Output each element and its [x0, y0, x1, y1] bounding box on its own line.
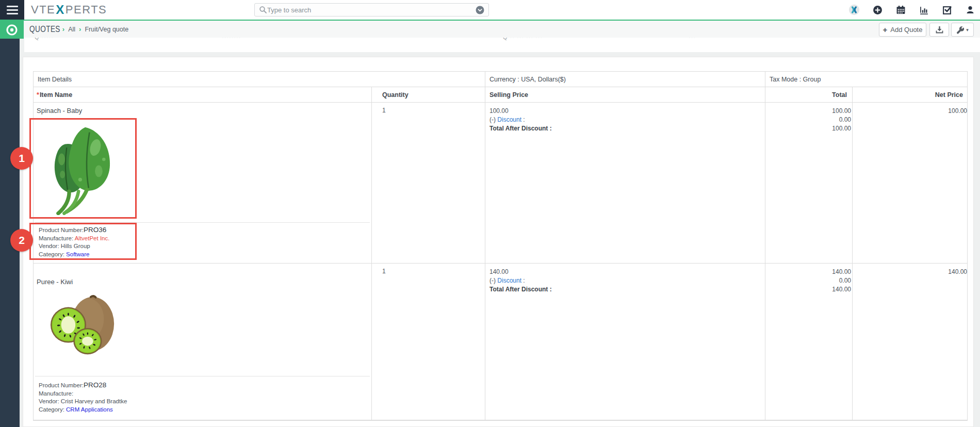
item-divider	[35, 376, 370, 376]
total-value: 100.00	[770, 107, 851, 116]
product-details: Product Number:PRO28 Manufacture: Vendor…	[39, 381, 127, 414]
discount-value: 0.00	[770, 116, 851, 124]
search-input[interactable]	[267, 6, 476, 14]
line-item-row: Puree - Kiwi	[34, 264, 967, 420]
annotation-badge-1: 1	[10, 147, 33, 170]
total-cell: 140.00 0.00 140.00	[765, 264, 852, 420]
plus-icon: +	[883, 25, 888, 34]
quantity-cell: 1	[371, 103, 485, 263]
vendor-value: Crist Harvey and Bradtke	[61, 398, 127, 404]
item-name-cell: Spinach - Baby	[34, 103, 371, 263]
discount-value: 0.00	[770, 276, 851, 285]
clipped-field-fragment: Q ·· ··· ··· ···	[503, 38, 580, 41]
selling-price-value: 140.00	[489, 268, 761, 276]
vendor-value: Hills Group	[61, 243, 90, 249]
quick-create-plus-icon[interactable]	[872, 4, 883, 15]
breadcrumb-item-all[interactable]: All	[68, 26, 75, 33]
quote-detail-page: VTEXPERTS	[0, 0, 980, 427]
global-search[interactable]	[254, 3, 489, 17]
breadcrumb-bar: QUOTES › All › Fruit/Veg quote + Add Quo…	[24, 21, 980, 38]
tax-mode-header: Tax Mode : Group	[765, 72, 968, 87]
breadcrumb-separator: ›	[62, 25, 64, 33]
total-value: 140.00	[770, 268, 851, 276]
table-section-header-row: Item Details Currency : USA, Dollars($) …	[34, 72, 967, 87]
item-details-table: Item Details Currency : USA, Dollars($) …	[33, 71, 968, 421]
logo-x: X	[56, 3, 65, 17]
column-item-name: *Item Name	[34, 87, 371, 103]
calendar-icon[interactable]	[895, 4, 906, 15]
table-column-header-row: *Item Name Quantity Selling Price Total …	[34, 87, 967, 103]
total-after-discount-label: Total After Discount :	[489, 124, 761, 133]
annotation-badge-2: 2	[10, 229, 33, 252]
wrench-icon	[956, 26, 965, 34]
extension-x-logo-icon[interactable]	[848, 4, 860, 15]
selling-price-value: 100.00	[489, 107, 761, 116]
top-navbar: VTEXPERTS	[0, 0, 980, 21]
product-number-value: PRO28	[84, 381, 106, 389]
settings-wrench-button[interactable]: ▾	[951, 23, 974, 37]
quote-items-panel: Item Details Currency : USA, Dollars($) …	[23, 57, 974, 427]
category-link[interactable]: CRM Applications	[66, 406, 113, 413]
spinach-product-image	[40, 122, 127, 215]
active-module-icon[interactable]	[0, 21, 24, 39]
breadcrumb-item-quote-name[interactable]: Fruit/Veg quote	[85, 26, 128, 33]
clipped-summary-panel: Q ····· ········ Q ·· ··· ··· ··· ···	[24, 38, 980, 52]
item-name-link[interactable]: Puree - Kiwi	[37, 278, 367, 286]
total-after-discount-value: 140.00	[770, 285, 851, 294]
item-name-link[interactable]: Spinach - Baby	[37, 107, 367, 114]
required-mark: *	[37, 91, 39, 98]
discount-link[interactable]: Discount	[497, 116, 521, 123]
kiwi-product-image	[48, 292, 119, 362]
net-price-value: 140.00	[857, 268, 967, 276]
column-selling-price: Selling Price	[485, 87, 765, 103]
search-scope-chevron-icon[interactable]	[476, 6, 484, 14]
total-cell: 100.00 0.00 100.00	[765, 103, 852, 263]
net-price-cell: 140.00	[852, 264, 968, 420]
download-icon	[935, 25, 944, 34]
product-details: Product Number:PRO36 Manufacture: Altvet…	[39, 226, 109, 258]
line-item-row: Spinach - Baby	[34, 103, 967, 264]
logo-text-pre: VTE	[31, 3, 55, 17]
export-download-button[interactable]	[929, 23, 949, 37]
quantity-cell: 1	[371, 264, 485, 420]
vtexperts-logo: VTEXPERTS	[31, 0, 107, 20]
net-price-value: 100.00	[857, 107, 967, 116]
currency-header: Currency : USA, Dollars($)	[485, 72, 765, 87]
item-name-cell: Puree - Kiwi	[34, 264, 371, 420]
add-quote-button[interactable]: + Add Quote	[879, 23, 926, 37]
net-price-cell: 100.00	[852, 103, 968, 263]
category-link[interactable]: Software	[66, 251, 89, 257]
selling-price-cell: 100.00 (-) Discount : Total After Discou…	[485, 103, 765, 263]
breadcrumb: QUOTES › All › Fruit/Veg quote	[29, 21, 128, 38]
search-icon	[259, 6, 267, 14]
column-total: Total	[765, 87, 852, 103]
manufacture-link[interactable]: AltvetPet Inc.	[75, 235, 110, 241]
logo-text-post: PERTS	[66, 3, 107, 17]
topbar-icon-group	[848, 0, 976, 20]
selling-price-cell: 140.00 (-) Discount : Total After Discou…	[485, 264, 765, 420]
total-after-discount-value: 100.00	[770, 124, 851, 133]
clipped-field-fragment: Q ·····	[35, 38, 66, 41]
discount-link[interactable]: Discount	[497, 277, 521, 284]
hamburger-menu-icon[interactable]	[0, 0, 24, 20]
breadcrumb-module-quotes[interactable]: QUOTES	[29, 24, 60, 35]
item-divider	[35, 222, 370, 223]
chevron-down-icon: ▾	[966, 27, 969, 32]
add-quote-label: Add Quote	[890, 26, 922, 34]
user-profile-icon[interactable]	[965, 4, 976, 15]
clipped-field-fragment: ········	[222, 38, 258, 41]
tasks-check-icon[interactable]	[941, 4, 953, 15]
clipped-field-fragment: ···	[689, 38, 704, 41]
breadcrumb-separator: ›	[79, 25, 81, 33]
reports-chart-icon[interactable]	[918, 4, 929, 15]
column-quantity: Quantity	[371, 87, 485, 103]
item-details-header: Item Details	[34, 72, 485, 87]
bullseye-icon	[6, 24, 18, 36]
total-after-discount-label: Total After Discount :	[489, 285, 761, 294]
column-net-price: Net Price	[852, 87, 968, 103]
product-number-value: PRO36	[84, 226, 106, 234]
